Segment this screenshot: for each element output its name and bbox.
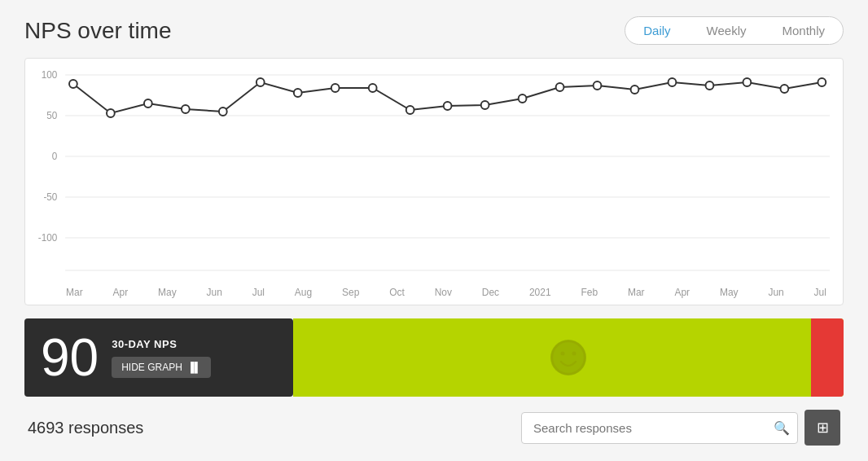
nps-card: 90 30-DAY NPS HIDE GRAPH ▐▌ <box>24 318 293 397</box>
svg-text:-100: -100 <box>38 232 58 244</box>
x-label-apr1: Apr <box>112 287 128 298</box>
x-label-jul1: Jul <box>252 287 265 298</box>
svg-text:100: 100 <box>42 69 58 81</box>
x-label-may2: May <box>720 287 739 298</box>
x-label-jun2: Jun <box>768 287 783 298</box>
svg-point-35 <box>572 352 576 356</box>
svg-point-18 <box>331 84 340 92</box>
x-label-jul2: Jul <box>814 287 826 298</box>
grid-icon: ⊞ <box>817 419 829 437</box>
nps-value: 90 <box>41 331 99 384</box>
svg-point-21 <box>444 102 452 110</box>
x-label-nov: Nov <box>435 287 452 298</box>
svg-point-11 <box>69 80 77 88</box>
x-label-oct: Oct <box>389 287 405 298</box>
svg-point-19 <box>369 84 377 92</box>
sentiment-bar <box>293 318 844 397</box>
search-icon: 🔍 <box>774 421 790 435</box>
time-toggle: Daily Weekly Monthly <box>625 16 844 45</box>
svg-point-34 <box>561 352 565 356</box>
hide-graph-button[interactable]: HIDE GRAPH ▐▌ <box>112 357 211 378</box>
bar-chart-icon: ▐▌ <box>187 362 201 373</box>
x-label-mar1: Mar <box>66 287 83 298</box>
svg-point-14 <box>182 105 190 113</box>
nps-chart: 100 50 0 -50 -100 <box>33 67 835 279</box>
x-axis: Mar Apr May Jun Jul Aug Sep Oct Nov Dec … <box>33 282 835 305</box>
svg-point-26 <box>631 86 639 94</box>
page-title: NPS over time <box>24 18 172 44</box>
svg-point-30 <box>780 85 788 93</box>
page-header: NPS over time Daily Weekly Monthly <box>24 16 844 45</box>
svg-point-13 <box>144 99 152 108</box>
responses-count: 4693 responses <box>28 419 143 437</box>
x-label-feb: Feb <box>581 287 598 298</box>
x-label-sep: Sep <box>342 287 359 298</box>
search-input[interactable] <box>521 412 798 444</box>
nps-right: 30-DAY NPS HIDE GRAPH ▐▌ <box>112 338 211 378</box>
x-label-2021: 2021 <box>529 287 551 298</box>
toggle-monthly[interactable]: Monthly <box>764 17 843 44</box>
svg-point-32 <box>550 340 586 375</box>
search-icon-button[interactable]: 🔍 <box>774 420 790 436</box>
svg-point-29 <box>743 78 752 86</box>
svg-text:0: 0 <box>52 151 58 162</box>
svg-text:-50: -50 <box>43 191 57 203</box>
smiley-icon <box>548 337 589 378</box>
svg-point-15 <box>219 108 227 116</box>
svg-point-24 <box>556 83 564 91</box>
svg-point-23 <box>519 94 527 103</box>
svg-point-28 <box>706 81 714 90</box>
svg-point-31 <box>818 78 826 86</box>
responses-section: 4693 responses 🔍 ⊞ <box>24 410 844 446</box>
svg-text:50: 50 <box>46 110 57 121</box>
svg-point-22 <box>481 101 489 109</box>
bottom-section: 90 30-DAY NPS HIDE GRAPH ▐▌ <box>24 318 844 397</box>
x-label-dec: Dec <box>482 287 499 298</box>
x-label-may1: May <box>158 287 177 298</box>
svg-point-20 <box>406 106 414 114</box>
x-label-mar2: Mar <box>628 287 645 298</box>
x-label-apr2: Apr <box>674 287 690 298</box>
toggle-daily[interactable]: Daily <box>625 17 688 44</box>
nps-label: 30-DAY NPS <box>112 338 211 350</box>
svg-point-27 <box>669 78 677 86</box>
toggle-weekly[interactable]: Weekly <box>689 17 765 44</box>
svg-point-12 <box>107 109 115 117</box>
svg-point-25 <box>594 81 602 90</box>
x-label-aug: Aug <box>295 287 312 298</box>
svg-point-16 <box>256 78 265 86</box>
search-area: 🔍 ⊞ <box>521 410 840 446</box>
search-wrapper: 🔍 <box>521 412 798 444</box>
chart-container: 100 50 0 -50 -100 <box>24 58 844 305</box>
x-label-jun1: Jun <box>206 287 221 298</box>
grid-view-button[interactable]: ⊞ <box>804 410 840 446</box>
svg-point-17 <box>294 89 302 97</box>
